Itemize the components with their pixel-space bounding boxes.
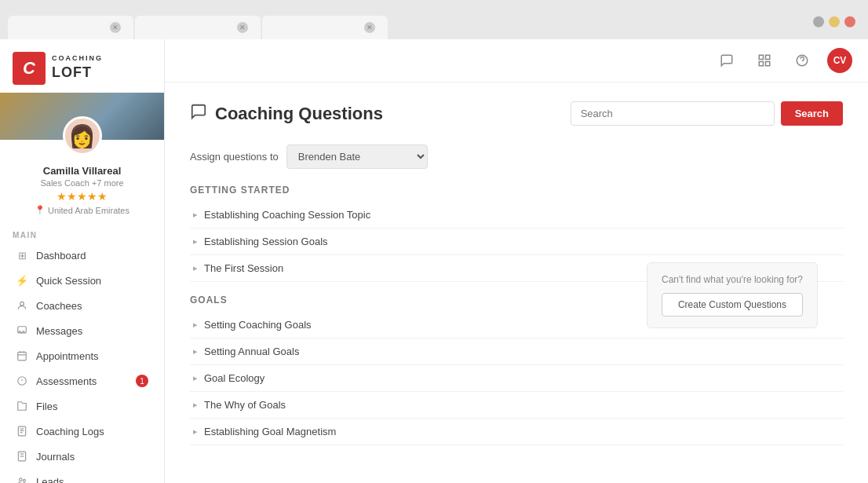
question-text: The First Session (204, 262, 283, 274)
svg-point-25 (802, 63, 803, 64)
close-button[interactable] (844, 16, 855, 27)
section-heading-getting-started: GETTING STARTED (190, 185, 843, 196)
cant-find-box: Can't find what you're looking for? Crea… (647, 262, 818, 328)
sidebar-item-coaching-logs[interactable]: Coaching Logs (3, 419, 161, 444)
profile-section: 👩 (0, 93, 164, 140)
page-title-row: Coaching Questions (190, 103, 383, 124)
sidebar-item-messages[interactable]: Messages (3, 318, 161, 343)
question-item-establishing-coaching-session-topic[interactable]: ▸ Establishing Coaching Session Topic (190, 202, 843, 229)
sidebar-item-label: Coaching Logs (36, 426, 104, 437)
search-row: Search (571, 101, 843, 126)
content-body: Coaching Questions Search Can't find wha… (165, 82, 868, 483)
question-text: Establishing Session Goals (204, 236, 328, 247)
chevron-right-icon: ▸ (193, 263, 198, 273)
question-text: Establishing Goal Magnetism (204, 426, 336, 437)
sidebar-item-label: Journals (36, 451, 75, 463)
location-pin-icon: 📍 (35, 205, 46, 215)
question-item-establishing-goal-magnetism[interactable]: ▸ Establishing Goal Magnetism (190, 419, 843, 445)
main-content: CV Coaching Questions Search (165, 39, 868, 483)
sidebar-item-label: Coachees (36, 300, 82, 312)
assign-select[interactable]: Brenden Bate (286, 145, 428, 169)
appointments-icon (16, 349, 28, 362)
assign-row: Assign questions to Brenden Bate (190, 145, 843, 169)
chevron-right-icon: ▸ (193, 426, 198, 437)
svg-rect-21 (766, 55, 770, 59)
chevron-right-icon: ▸ (193, 210, 198, 220)
chevron-right-icon: ▸ (193, 400, 198, 410)
minimize-button[interactable] (813, 16, 824, 27)
profile-location: 📍 United Arab Emirates (8, 205, 156, 215)
sidebar-item-journals[interactable]: Journals (3, 444, 161, 469)
chevron-right-icon: ▸ (193, 320, 198, 330)
sidebar-item-dashboard[interactable]: ⊞ Dashboard (3, 243, 161, 268)
assign-label: Assign questions to (190, 151, 279, 163)
maximize-button[interactable] (829, 16, 840, 27)
tab-close-3[interactable]: ✕ (364, 22, 375, 33)
sidebar-item-label: Dashboard (36, 250, 86, 262)
assessments-icon (16, 375, 28, 387)
messages-icon (16, 324, 28, 337)
help-header-icon[interactable] (790, 48, 815, 73)
sidebar-item-quick-session[interactable]: ⚡ Quick Session (3, 268, 161, 293)
svg-rect-2 (18, 352, 27, 360)
profile-name: Camilla Villareal (8, 165, 156, 177)
question-text: The Why of Goals (204, 399, 286, 411)
browser-chrome: ✕ ✕ ✕ (0, 0, 868, 39)
layout-header-icon[interactable] (752, 48, 777, 73)
page-title: Coaching Questions (215, 104, 383, 124)
tab-close-1[interactable]: ✕ (110, 22, 121, 33)
create-custom-questions-button[interactable]: Create Custom Questions (662, 293, 803, 317)
search-button[interactable]: Search (781, 101, 843, 126)
chat-header-icon[interactable] (714, 48, 739, 73)
window-controls (813, 16, 855, 27)
browser-tab-2[interactable]: ✕ (135, 16, 261, 39)
sidebar-item-label: Assessments (36, 375, 97, 387)
question-item-the-why-of-goals[interactable]: ▸ The Why of Goals (190, 392, 843, 419)
sidebar-item-label: Files (36, 401, 57, 412)
browser-tab-3[interactable]: ✕ (262, 16, 388, 39)
chevron-right-icon: ▸ (193, 373, 198, 383)
question-text: Establishing Coaching Session Topic (204, 209, 370, 221)
search-input[interactable] (571, 101, 775, 126)
logo-icon: C (13, 52, 46, 85)
user-avatar-header[interactable]: CV (827, 48, 852, 73)
sidebar-item-appointments[interactable]: Appointments (3, 343, 161, 368)
svg-point-16 (20, 478, 23, 481)
browser-tabs: ✕ ✕ ✕ (8, 16, 388, 39)
question-text: Setting Annual Goals (204, 346, 299, 357)
sidebar-item-label: Leads (36, 476, 64, 484)
question-item-goal-ecology[interactable]: ▸ Goal Ecology (190, 365, 843, 392)
question-text: Setting Coaching Goals (204, 319, 312, 331)
sidebar-item-label: Appointments (36, 350, 99, 362)
tab-close-2[interactable]: ✕ (237, 22, 248, 33)
assessments-badge: 1 (136, 375, 148, 387)
question-text: Goal Ecology (204, 372, 264, 384)
leads-icon (16, 475, 28, 483)
app-container: C COACHING LOFT 👩 Camilla Villareal Sale… (0, 39, 868, 483)
dashboard-icon: ⊞ (16, 249, 28, 262)
cant-find-text: Can't find what you're looking for? (662, 274, 803, 285)
browser-tab-1[interactable]: ✕ (8, 16, 133, 39)
profile-info: Camilla Villareal Sales Coach +7 more ★★… (0, 165, 164, 223)
avatar: 👩 (63, 116, 102, 156)
logo-text: COACHING LOFT (52, 54, 103, 82)
svg-rect-20 (759, 55, 763, 59)
sidebar: C COACHING LOFT 👩 Camilla Villareal Sale… (0, 39, 165, 483)
sidebar-section-label: MAIN (0, 223, 164, 243)
sidebar-item-coachees[interactable]: Coachees (3, 293, 161, 318)
coaching-questions-page-icon (190, 103, 207, 124)
sidebar-item-assessments[interactable]: Assessments 1 (3, 368, 161, 393)
quick-session-icon: ⚡ (16, 274, 28, 287)
profile-stars: ★★★★★ (8, 190, 156, 203)
logo: C COACHING LOFT (0, 39, 164, 93)
question-item-establishing-session-goals[interactable]: ▸ Establishing Session Goals (190, 229, 843, 255)
content-relative: Coaching Questions Search Can't find wha… (190, 101, 843, 445)
sidebar-item-label: Messages (36, 325, 82, 337)
sidebar-item-leads[interactable]: Leads (3, 469, 161, 483)
page-header: Coaching Questions Search (190, 101, 843, 126)
coaching-logs-icon (16, 425, 28, 437)
sidebar-item-files[interactable]: Files (3, 393, 161, 419)
header: CV (165, 39, 868, 82)
profile-role: Sales Coach +7 more (8, 178, 156, 188)
question-item-setting-annual-goals[interactable]: ▸ Setting Annual Goals (190, 338, 843, 365)
